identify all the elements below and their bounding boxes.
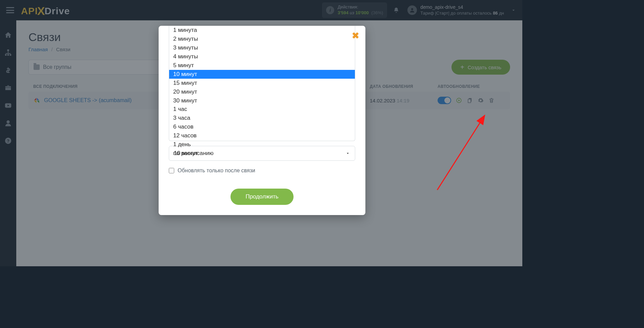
interval-dropdown-list: 1 минута2 минуты3 минуты4 минуты5 минут1… bbox=[169, 26, 355, 141]
interval-option[interactable]: 2 минуты bbox=[169, 35, 355, 43]
interval-option[interactable]: 20 минут bbox=[169, 88, 355, 96]
chevron-down-icon bbox=[345, 151, 350, 156]
interval-option[interactable]: 5 минут bbox=[169, 61, 355, 70]
interval-select-value: 10 минут bbox=[174, 150, 198, 157]
close-icon[interactable]: ✖ bbox=[352, 31, 359, 41]
interval-option[interactable]: 1 час bbox=[169, 105, 355, 114]
interval-option[interactable]: 3 часа bbox=[169, 114, 355, 122]
interval-option[interactable]: 1 минута bbox=[169, 26, 355, 35]
continue-button[interactable]: Продолжить bbox=[230, 189, 293, 205]
interval-option[interactable]: 4 минуты bbox=[169, 52, 355, 61]
interval-select[interactable]: 10 минут bbox=[169, 146, 355, 161]
interval-modal: ✖ 1 минута2 минуты3 минуты4 минуты5 мину… bbox=[159, 26, 365, 215]
interval-option[interactable]: 30 минут bbox=[169, 96, 355, 105]
interval-option[interactable]: 10 минут bbox=[169, 70, 355, 79]
interval-option[interactable]: 3 минуты bbox=[169, 43, 355, 52]
checkbox-label: Обновлять только после связи bbox=[178, 168, 255, 174]
interval-option[interactable]: 15 минут bbox=[169, 79, 355, 88]
update-after-link-checkbox-row[interactable]: Обновлять только после связи bbox=[169, 168, 355, 174]
interval-option[interactable]: 12 часов bbox=[169, 131, 355, 140]
interval-option[interactable]: 6 часов bbox=[169, 122, 355, 131]
update-after-link-checkbox[interactable] bbox=[169, 168, 174, 173]
